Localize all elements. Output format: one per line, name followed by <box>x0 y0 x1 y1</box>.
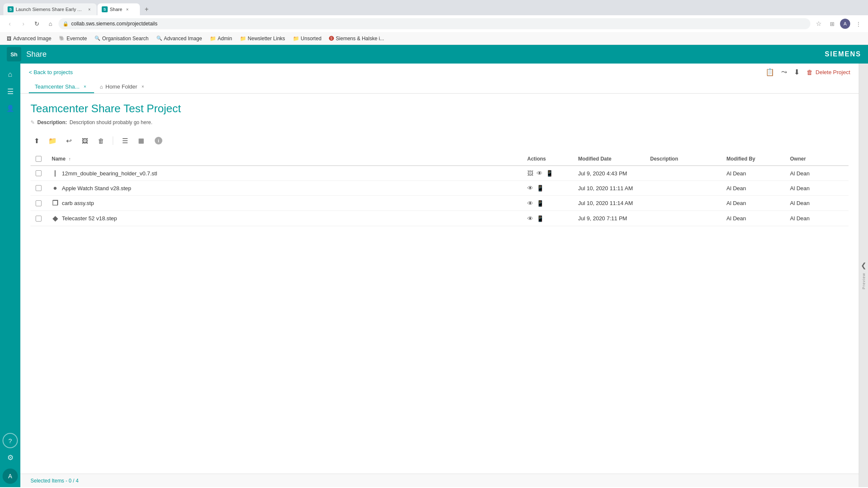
file-name[interactable]: carb assy.stp <box>62 200 94 206</box>
file-owner: Al Dean <box>785 196 849 211</box>
info-icon-btn[interactable]: i <box>155 137 162 144</box>
back-to-projects-link[interactable]: < Back to projects <box>29 69 73 75</box>
row-checkbox[interactable] <box>36 185 42 191</box>
bookmark-advanced-image-2[interactable]: 🔍 Advanced Image <box>153 34 206 43</box>
sidebar-settings-icon[interactable]: ⚙ <box>3 450 18 465</box>
sidebar-users-icon[interactable]: 👤 <box>3 101 18 116</box>
bookmark-img1-label: Advanced Image <box>13 36 51 42</box>
bookmark-newsletter-icon: 📁 <box>240 36 246 42</box>
bookmark-unsorted-label: Unsorted <box>301 36 322 42</box>
sidebar-files-icon[interactable]: ☰ <box>3 84 18 99</box>
bookmark-siemens[interactable]: 🅢 Siemens & Halske i... <box>326 34 387 43</box>
file-toolbar: ⬆ 📁 ↩ 🖼 🗑 ☰ ▦ i <box>31 132 849 149</box>
file-image-icon[interactable]: 🖼 <box>527 170 533 177</box>
bookmark-admin-label: Admin <box>218 36 232 42</box>
tab2-close[interactable]: × <box>124 6 130 12</box>
tab-teamcenter-label: Teamcenter Sha... <box>35 83 80 90</box>
tab-teamcenter-close[interactable]: × <box>82 84 88 90</box>
upload-tool-btn[interactable]: ⬆ <box>31 135 42 147</box>
file-type-icon: ❒ <box>52 199 58 207</box>
file-mobile-icon[interactable]: 📱 <box>546 170 553 177</box>
sidebar-help-icon[interactable]: ? <box>3 433 18 448</box>
file-view-icon[interactable]: 👁 <box>537 170 542 177</box>
forward-nav-button[interactable]: › <box>18 18 29 29</box>
delete-project-btn[interactable]: 🗑 Delete Project <box>807 69 850 76</box>
bookmark-admin[interactable]: 📁 Admin <box>206 34 236 43</box>
project-description-row: ✎ Description: Description should probab… <box>31 119 849 125</box>
home-button[interactable]: ⌂ <box>45 18 56 29</box>
col-header-owner: Owner <box>785 152 849 166</box>
tab-home-folder[interactable]: ⌂ Home Folder × <box>94 81 152 93</box>
file-view-icon[interactable]: 👁 <box>527 200 533 207</box>
file-description <box>645 196 721 211</box>
content-body: Teamcenter Share Test Project ✎ Descript… <box>20 94 859 474</box>
sidebar-home-icon[interactable]: ⌂ <box>3 67 18 82</box>
bookmark-star[interactable]: ☆ <box>813 18 824 29</box>
file-mobile-icon[interactable]: 📱 <box>537 185 544 191</box>
table-row: | 12mm_double_bearing_holder_v0.7.stl 🖼👁… <box>31 166 849 181</box>
sidebar-profile-icon[interactable]: A <box>3 469 18 484</box>
reload-button[interactable]: ↻ <box>31 18 42 29</box>
col-header-name[interactable]: Name ↑ <box>47 152 522 166</box>
file-name[interactable]: Telecaster 52 v18.step <box>62 215 117 222</box>
bookmark-advanced-image-1[interactable]: 🖼 Advanced Image <box>3 34 55 43</box>
new-tab-button[interactable]: + <box>141 3 153 15</box>
profile-avatar[interactable]: A <box>840 19 850 29</box>
file-view-icon[interactable]: 👁 <box>527 215 533 222</box>
report-action-btn[interactable]: 📋 <box>765 68 774 77</box>
file-name[interactable]: Apple Watch Stand v28.step <box>62 185 131 191</box>
grid-view-btn[interactable]: ▦ <box>135 135 147 147</box>
bookmark-org-search[interactable]: 🔍 Organisation Search <box>91 34 152 43</box>
table-row: ❒ carb assy.stp 👁📱Jul 10, 2020 11:14 AMA… <box>31 196 849 211</box>
project-title: Teamcenter Share Test Project <box>31 102 849 115</box>
row-checkbox[interactable] <box>36 170 42 176</box>
bookmark-org-icon: 🔍 <box>95 36 100 41</box>
status-text: Selected Items - 0 / 4 <box>31 478 78 484</box>
row-checkbox[interactable] <box>36 200 42 206</box>
bookmark-evernote-icon: 🐘 <box>59 36 65 41</box>
file-modified-by: Al Dean <box>721 196 785 211</box>
description-text: Description should probably go here. <box>70 119 152 125</box>
extensions-button[interactable]: ⊞ <box>826 18 837 29</box>
col-header-check <box>31 152 47 166</box>
file-view-icon[interactable]: 👁 <box>527 185 533 191</box>
back-nav-button[interactable]: ‹ <box>4 18 15 29</box>
list-view-btn[interactable]: ☰ <box>119 135 131 147</box>
sort-arrow-icon: ↑ <box>69 157 71 161</box>
file-mobile-icon[interactable]: 📱 <box>537 215 544 222</box>
undo-tool-btn[interactable]: ↩ <box>63 135 75 147</box>
delete-tool-btn[interactable]: 🗑 <box>95 135 107 147</box>
row-checkbox[interactable] <box>36 216 42 222</box>
top-bar: Sh Share SIEMENS <box>0 45 868 64</box>
download-action-btn[interactable]: ⬇ <box>794 68 800 77</box>
tab-1[interactable]: S Launch Siemens Share Early Acc... × <box>3 3 97 15</box>
tab2-favicon: S <box>102 6 108 12</box>
menu-button[interactable]: ⋮ <box>853 18 864 29</box>
file-modified-date: Jul 9, 2020 4:43 PM <box>573 166 645 181</box>
share-action-btn[interactable]: ⤳ <box>781 68 787 77</box>
table-row: ◆ Telecaster 52 v18.step 👁📱Jul 9, 2020 7… <box>31 211 849 226</box>
app-logo[interactable]: Sh <box>7 47 21 61</box>
preview-panel-toggle[interactable]: ❮ Preview <box>859 64 868 487</box>
file-mobile-icon[interactable]: 📱 <box>537 200 544 207</box>
tab1-close[interactable]: × <box>86 6 92 12</box>
file-name-cell: ❒ carb assy.stp <box>52 199 517 207</box>
file-actions: 🖼👁📱 <box>527 170 568 177</box>
tab-home-folder-close[interactable]: × <box>140 84 146 90</box>
tab-teamcenter[interactable]: Teamcenter Sha... × <box>29 81 94 93</box>
address-bar[interactable]: 🔒 collab.sws.siemens.com/projectdetails <box>58 18 810 29</box>
file-name-cell: | 12mm_double_bearing_holder_v0.7.stl <box>52 169 517 177</box>
bookmark-org-label: Organisation Search <box>102 36 148 42</box>
bookmark-evernote[interactable]: 🐘 Evernote <box>56 34 90 43</box>
siemens-logo: SIEMENS <box>825 50 861 58</box>
select-all-checkbox[interactable] <box>36 156 42 162</box>
bookmark-newsletter[interactable]: 📁 Newsletter Links <box>236 34 289 43</box>
file-type-icon: ● <box>52 184 58 192</box>
tab-2[interactable]: S Share × <box>97 3 140 15</box>
file-name[interactable]: 12mm_double_bearing_holder_v0.7.stl <box>62 170 157 177</box>
image-tool-btn[interactable]: 🖼 <box>79 135 91 147</box>
edit-icon[interactable]: ✎ <box>31 119 35 125</box>
bookmark-unsorted[interactable]: 📁 Unsorted <box>289 34 325 43</box>
file-owner: Al Dean <box>785 181 849 196</box>
add-folder-tool-btn[interactable]: 📁 <box>47 135 58 147</box>
